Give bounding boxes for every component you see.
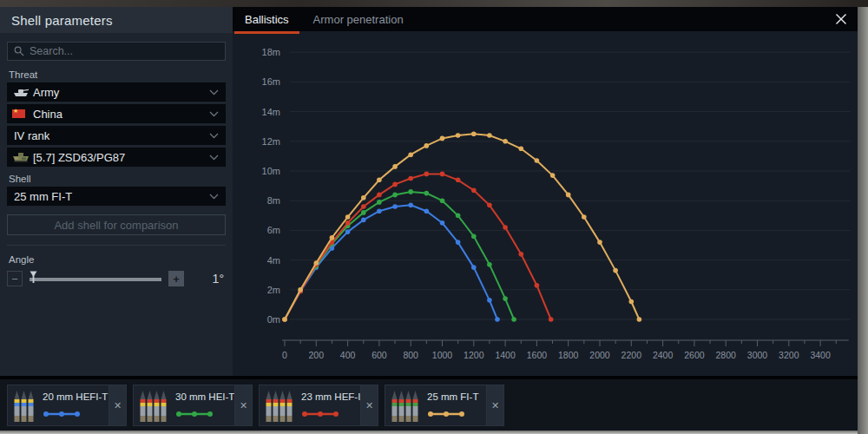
data-point — [487, 262, 492, 267]
data-point — [471, 265, 477, 270]
game-background-right — [858, 7, 868, 434]
vehicle-dropdown[interactable]: [5.7] ZSD63/PG87 — [7, 148, 226, 167]
data-point — [298, 287, 303, 293]
sidebar-title: Shell parameters — [11, 13, 113, 28]
data-point — [440, 172, 445, 177]
shell-belt-icon — [14, 390, 36, 423]
search-input[interactable]: Search... — [7, 42, 226, 61]
data-point — [440, 198, 445, 203]
data-point — [519, 252, 524, 257]
x-axis-label: 3400 — [810, 350, 831, 360]
data-point — [549, 317, 554, 322]
data-point — [629, 299, 635, 305]
nation-dropdown[interactable]: ★ China — [7, 104, 226, 123]
x-axis-label: 1800 — [558, 350, 579, 360]
shell-legend-bar: 20 mm HEFI-T✕30 mm HEI-T✕23 mm HEF-I✕25 … — [0, 379, 858, 431]
shell-legend-card[interactable]: 30 mm HEI-T✕ — [133, 385, 253, 426]
close-window-button[interactable] — [833, 11, 849, 27]
data-point — [456, 178, 461, 183]
shell-parameters-sidebar: Shell parameters Search... Threat — [0, 7, 233, 376]
data-point — [471, 131, 477, 136]
data-point — [392, 182, 398, 187]
y-axis-label: 6m — [267, 225, 280, 235]
add-shell-button[interactable]: Add shell for comparison — [7, 214, 226, 235]
shell-name: 23 mm HEF-I — [301, 391, 360, 402]
data-point — [345, 229, 351, 234]
divider — [7, 245, 226, 246]
x-axis-label: 2800 — [716, 350, 737, 360]
data-point — [377, 200, 382, 205]
data-point — [440, 136, 445, 141]
data-point — [424, 208, 430, 214]
angle-increase-button[interactable]: + — [168, 271, 184, 286]
chevron-down-icon — [209, 89, 219, 95]
data-point — [597, 240, 602, 245]
card-body: 25 mm FI-T — [385, 385, 486, 425]
legend-line-sample — [427, 408, 465, 420]
data-point — [582, 214, 587, 220]
x-axis-label: 1200 — [464, 350, 484, 360]
remove-shell-button[interactable]: ✕ — [234, 385, 252, 425]
x-axis-label: 2400 — [653, 350, 674, 360]
x-axis-label: 800 — [403, 350, 418, 360]
y-axis-label: 12m — [262, 136, 280, 147]
remove-shell-button[interactable]: ✕ — [360, 385, 378, 425]
game-background-bottom — [0, 431, 858, 434]
data-point — [566, 193, 571, 198]
shell-legend-card[interactable]: 20 mm HEFI-T✕ — [7, 385, 127, 426]
nation-value: China — [33, 108, 209, 121]
shell-dropdown[interactable]: 25 mm FI-T — [7, 187, 226, 206]
angle-slider-track[interactable] — [30, 278, 161, 281]
tab-armor-penetration[interactable]: Armor penetration — [301, 7, 416, 31]
data-point — [440, 220, 445, 226]
shell-belt-icon — [391, 390, 421, 423]
x-axis-label: 2200 — [621, 350, 642, 360]
data-point — [408, 152, 413, 157]
chart-panel: Ballistics Armor penetration 0m2m4m6m8m1… — [233, 7, 858, 376]
shell-value: 25 mm FI-T — [12, 190, 209, 203]
angle-slider-row: − + 1° — [7, 271, 226, 286]
angle-slider[interactable] — [30, 271, 161, 286]
card-body: 23 mm HEF-I — [260, 385, 360, 425]
angle-slider-thumb[interactable] — [30, 271, 37, 283]
x-axis-label: 1400 — [495, 350, 516, 360]
rank-dropdown[interactable]: IV rank — [7, 126, 226, 145]
close-icon — [835, 13, 847, 25]
data-point — [282, 317, 287, 322]
threat-category-value: Army — [33, 86, 209, 99]
china-flag-icon: ★ — [12, 109, 33, 118]
trajectory-line — [285, 174, 551, 319]
remove-shell-button[interactable]: ✕ — [486, 385, 503, 425]
data-point — [495, 317, 500, 322]
chevron-down-icon — [209, 133, 219, 139]
x-axis-label: 1000 — [432, 350, 453, 360]
y-axis-label: 10m — [262, 166, 280, 176]
data-point — [314, 260, 319, 266]
x-axis-label: 0 — [282, 350, 287, 360]
tab-ballistics[interactable]: Ballistics — [233, 7, 301, 31]
shell-legend-card[interactable]: 25 mm FI-T✕ — [385, 385, 504, 426]
chevron-down-icon — [209, 111, 219, 117]
y-axis-label: 8m — [267, 195, 280, 206]
data-point — [424, 172, 430, 177]
threat-category-dropdown[interactable]: Army — [7, 82, 226, 102]
card-body: 20 mm HEFI-T — [8, 385, 108, 425]
threat-label: Threat — [9, 69, 224, 80]
x-axis-label: 600 — [372, 350, 387, 360]
x-axis-label: 400 — [340, 350, 356, 360]
x-axis-label: 2000 — [589, 350, 610, 360]
data-point — [408, 189, 413, 194]
angle-decrease-button[interactable]: − — [7, 271, 23, 286]
remove-shell-button[interactable]: ✕ — [108, 385, 126, 425]
data-point — [456, 133, 461, 138]
shell-legend-card[interactable]: 23 mm HEF-I✕ — [259, 385, 378, 426]
data-point — [535, 283, 540, 288]
shell-name: 25 mm FI-T — [427, 391, 478, 402]
legend-line-sample — [301, 408, 339, 420]
trajectory-chart: 0m2m4m6m8m10m12m14m16m18m020040060080010… — [233, 31, 858, 376]
data-point — [361, 210, 366, 215]
trajectory-line — [285, 192, 514, 319]
data-point — [377, 208, 382, 214]
shell-belt-icon — [140, 390, 169, 423]
data-point — [392, 193, 398, 198]
